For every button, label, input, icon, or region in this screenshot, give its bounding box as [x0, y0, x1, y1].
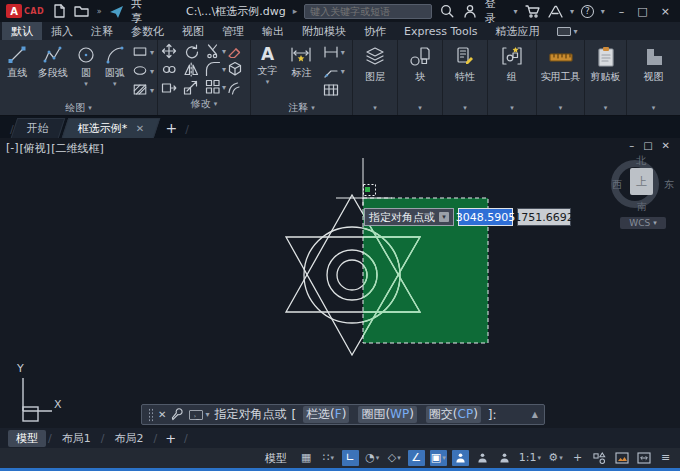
- object-snap-tracking-icon[interactable]: ∠: [408, 450, 425, 466]
- ribbon-tab-管理[interactable]: 管理: [213, 22, 253, 40]
- viewcube-top-face[interactable]: 上: [630, 168, 653, 195]
- viewport-minimize-control[interactable]: [-]: [6, 141, 19, 156]
- explode-button[interactable]: [227, 61, 249, 77]
- wcs-button[interactable]: WCS▾: [620, 217, 666, 229]
- drawing-close-icon[interactable]: ✕: [662, 140, 670, 151]
- annotation-scale-icon[interactable]: [496, 450, 513, 466]
- ribbon-tab-注释[interactable]: 注释: [82, 22, 122, 40]
- store-button[interactable]: [524, 3, 540, 19]
- new-layout-button[interactable]: +: [159, 431, 182, 446]
- table-button[interactable]: [323, 82, 350, 98]
- clean-screen-icon[interactable]: [635, 450, 652, 466]
- viewport-visual-style-control[interactable]: [二维线框]: [51, 141, 104, 156]
- window-close-icon[interactable]: ×: [661, 5, 670, 18]
- dimension-linear-button[interactable]: ▾: [323, 44, 350, 60]
- snap-mode-icon[interactable]: ∷▾: [320, 450, 337, 466]
- paste-button[interactable]: 剪贴板: [591, 43, 621, 100]
- array-button[interactable]: ▾: [205, 79, 227, 95]
- properties-button[interactable]: 特性: [453, 43, 477, 100]
- window-minimize-icon[interactable]: –: [619, 5, 625, 18]
- qat-expand-chevrons-icon[interactable]: »: [97, 7, 102, 16]
- rectangle-button[interactable]: ▾: [132, 44, 155, 60]
- ribbon-display-toggle[interactable]: ▾: [557, 22, 578, 40]
- help-icon[interactable]: ?: [581, 5, 594, 18]
- tab-model[interactable]: 模型: [8, 430, 46, 447]
- annotation-monitor-icon[interactable]: +: [569, 450, 586, 466]
- new-drawing-tab-button[interactable]: +: [166, 120, 178, 136]
- share-button[interactable]: [109, 3, 125, 19]
- autodesk-dropdown-icon[interactable]: ▾: [570, 7, 574, 16]
- copy-button[interactable]: [161, 61, 183, 77]
- move-button[interactable]: [161, 43, 183, 59]
- annotation-visibility-icon[interactable]: [452, 450, 469, 466]
- mirror-button[interactable]: [183, 61, 205, 77]
- ribbon-tab-协作[interactable]: 协作: [355, 22, 395, 40]
- offset-button[interactable]: [227, 79, 249, 95]
- model-space[interactable]: [0, 138, 680, 428]
- layers-button[interactable]: 图层: [363, 43, 387, 100]
- tab-layout2[interactable]: 布局2: [106, 430, 151, 447]
- command-line-grip[interactable]: [148, 408, 153, 422]
- polyline-button[interactable]: 多段线: [33, 43, 73, 100]
- graphics-performance-icon[interactable]: [613, 450, 630, 466]
- panel-modify-label[interactable]: 修改▾: [158, 96, 250, 111]
- new-file-button[interactable]: [51, 3, 67, 19]
- panel-draw-label[interactable]: 绘图▾: [0, 100, 157, 115]
- dimension-button[interactable]: 标注: [282, 43, 321, 100]
- ribbon-tab-参数化[interactable]: 参数化: [122, 22, 173, 40]
- command-line-close-icon[interactable]: ✕: [158, 409, 166, 420]
- option-wpolygon[interactable]: 圈围(WP): [358, 406, 416, 423]
- ribbon-tab-附加模块[interactable]: 附加模块: [293, 22, 355, 40]
- file-tab-close-icon[interactable]: ✕: [135, 123, 143, 134]
- ribbon-tab-视图[interactable]: 视图: [173, 22, 213, 40]
- viewcube-east[interactable]: 东: [664, 178, 674, 192]
- file-tab-start[interactable]: 开始: [10, 118, 64, 138]
- views-button[interactable]: 视图: [642, 43, 666, 100]
- search-input[interactable]: [304, 4, 432, 19]
- block-button[interactable]: 块: [408, 43, 432, 100]
- window-maximize-icon[interactable]: □: [637, 5, 647, 18]
- ribbon-tab-默认[interactable]: 默认: [2, 22, 42, 40]
- text-button[interactable]: A 文字 ▾: [253, 43, 282, 100]
- arc-button[interactable]: 圆弧 ▾: [99, 43, 130, 100]
- panel-annotate-label[interactable]: 注释▾: [251, 100, 352, 115]
- dynamic-input-y-field[interactable]: 1751.6692: [517, 208, 571, 226]
- model-space-button[interactable]: 模型: [265, 451, 287, 466]
- ribbon-tab-插入[interactable]: 插入: [42, 22, 82, 40]
- viewcube-west[interactable]: 西: [612, 178, 622, 192]
- option-fence[interactable]: 栏选(F): [303, 406, 349, 423]
- ribbon-tab-输出[interactable]: 输出: [253, 22, 293, 40]
- ellipse-button[interactable]: ▾: [132, 63, 155, 79]
- fillet-button[interactable]: ▾: [205, 61, 227, 77]
- measure-button[interactable]: 实用工具: [541, 43, 581, 100]
- viewcube-north[interactable]: 北: [636, 154, 646, 168]
- panel-layers-label[interactable]: ▾: [353, 100, 397, 115]
- line-button[interactable]: 直线: [2, 43, 33, 100]
- help-dropdown-icon[interactable]: ▾: [601, 7, 605, 16]
- panel-groups-label[interactable]: ▾: [488, 100, 536, 115]
- trim-button[interactable]: ▾: [205, 43, 227, 59]
- option-cpolygon[interactable]: 圈交(CP): [426, 406, 481, 423]
- command-line[interactable]: ✕ ›_▾ 指定对角点或 [ 栏选(F) 圈围(WP) 圈交(CP) ]: ▲: [141, 404, 545, 425]
- drawing-area[interactable]: [-] [俯视] [二维线框] – □ ✕ 北 西 东 南 上 WCS▾: [0, 138, 680, 428]
- hatch-button[interactable]: ▾: [132, 82, 155, 98]
- isometric-drafting-icon[interactable]: ◇▾: [386, 450, 403, 466]
- group-button[interactable]: 组: [500, 43, 524, 100]
- rotate-button[interactable]: [183, 43, 205, 59]
- autodesk-logo-button[interactable]: [547, 3, 563, 19]
- tab-layout1[interactable]: 布局1: [54, 430, 99, 447]
- panel-block-label[interactable]: ▾: [398, 100, 442, 115]
- polar-tracking-icon[interactable]: ◔▾: [364, 450, 381, 466]
- panel-view-label[interactable]: ▾: [627, 100, 680, 115]
- wrench-icon[interactable]: [171, 408, 184, 421]
- object-snap-icon[interactable]: ▣▾: [430, 450, 447, 466]
- ribbon-tab-Express Tools[interactable]: Express Tools: [395, 22, 487, 40]
- panel-properties-label[interactable]: ▾: [443, 100, 487, 115]
- panel-clipboard-label[interactable]: ▾: [585, 100, 626, 115]
- circle-button[interactable]: 圆 ▾: [73, 43, 100, 100]
- annotation-autoscale-icon[interactable]: [474, 450, 491, 466]
- file-tab-document[interactable]: 框选示例* ✕: [61, 118, 159, 138]
- ribbon-tab-精选应用[interactable]: 精选应用: [487, 22, 549, 40]
- recent-commands-button[interactable]: ›_▾: [189, 410, 209, 420]
- viewcube-south[interactable]: 南: [637, 200, 647, 214]
